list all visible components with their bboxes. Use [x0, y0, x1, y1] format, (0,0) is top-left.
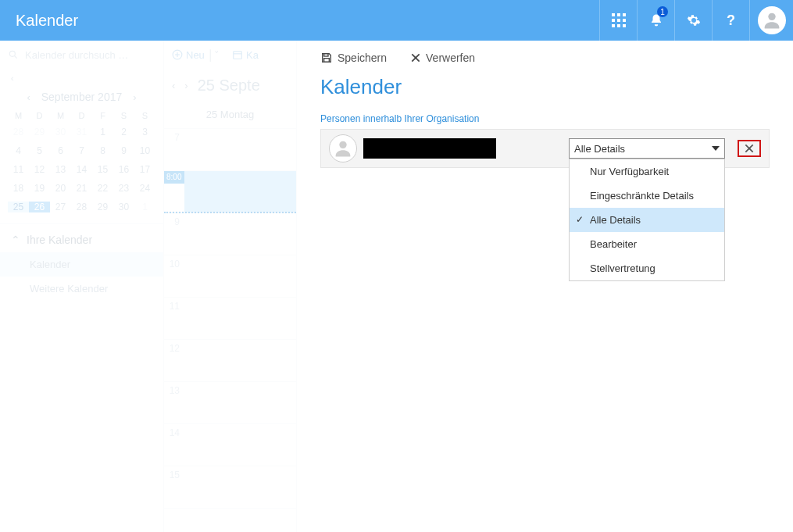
toolbar: Neu│˅ Ka — [164, 41, 296, 69]
svg-rect-4 — [617, 19, 620, 22]
calendar-day-column: Neu│˅ Ka ‹ › 25 Septe 25 Montag 78:00910… — [164, 41, 297, 532]
sidebar-item-weitere[interactable]: Weitere Kalender — [0, 277, 163, 301]
day-cell[interactable]: 24 — [134, 183, 155, 194]
svg-rect-2 — [623, 13, 626, 16]
help-button[interactable]: ? — [712, 0, 749, 41]
day-cell[interactable]: 29 — [92, 202, 113, 212]
sidebar-item-kalender[interactable]: Kalender — [0, 252, 163, 277]
next-day-button[interactable]: › — [184, 80, 188, 91]
day-cell[interactable]: 28 — [71, 202, 92, 212]
dow-cell: S — [134, 111, 155, 120]
day-cell[interactable]: 23 — [113, 183, 134, 194]
day-cell[interactable]: 19 — [29, 183, 50, 194]
day-cell[interactable]: 30 — [113, 202, 134, 212]
new-button[interactable]: Neu│˅ — [172, 49, 220, 61]
day-cell[interactable]: 5 — [29, 145, 50, 156]
dow-cell: D — [71, 111, 92, 120]
day-cell[interactable]: 6 — [50, 145, 71, 156]
apps-button[interactable] — [599, 0, 637, 41]
panel-title: Kalender — [320, 75, 770, 99]
permissions-option[interactable]: Eingeschränkte Details — [570, 184, 724, 208]
dow-row: MDMDFSS — [0, 111, 163, 120]
people-link[interactable]: Personen innerhalb Ihrer Organisation — [320, 113, 770, 124]
svg-rect-15 — [234, 52, 242, 59]
day-cell[interactable]: 20 — [50, 183, 71, 194]
notification-badge: 1 — [657, 6, 668, 17]
svg-rect-18 — [324, 59, 330, 62]
day-cell[interactable]: 12 — [29, 164, 50, 175]
hour-slot[interactable] — [184, 171, 296, 212]
hour-label: 13 — [164, 382, 184, 423]
hour-label: 9 — [164, 213, 184, 255]
sidebar-section-header[interactable]: ⌃ Ihre Kalender — [0, 224, 163, 252]
account-button[interactable] — [749, 0, 793, 41]
day-cell[interactable]: 17 — [134, 164, 155, 175]
app-bar-actions: 1 ? — [599, 0, 793, 41]
day-cell[interactable]: 25 — [8, 202, 29, 212]
day-cell[interactable]: 31 — [71, 127, 92, 137]
day-cell[interactable]: 21 — [71, 183, 92, 194]
next-month-button[interactable]: › — [133, 91, 136, 103]
prev-month-button[interactable]: ‹ — [27, 91, 30, 103]
day-cell[interactable]: 2 — [113, 127, 134, 137]
day-cell[interactable]: 26 — [29, 202, 50, 212]
day-header: 25 Montag — [164, 104, 296, 129]
hour-slot[interactable] — [184, 466, 296, 508]
hour-slot[interactable] — [184, 340, 296, 381]
day-cell[interactable]: 11 — [8, 164, 29, 175]
day-cell[interactable]: 1 — [134, 202, 155, 212]
hour-slot[interactable] — [184, 298, 296, 339]
prev-range-button[interactable]: ‹‹ — [0, 69, 163, 87]
svg-point-9 — [768, 13, 775, 20]
day-cell[interactable]: 14 — [71, 164, 92, 175]
settings-button[interactable] — [674, 0, 712, 41]
hour-slot[interactable] — [184, 382, 296, 423]
svg-rect-8 — [623, 24, 626, 27]
day-cell[interactable]: 29 — [29, 127, 50, 137]
day-cell[interactable]: 18 — [8, 183, 29, 194]
day-cell[interactable]: 13 — [50, 164, 71, 175]
hour-label: 12 — [164, 340, 184, 381]
day-cell[interactable]: 28 — [8, 127, 29, 137]
svg-rect-3 — [612, 19, 615, 22]
person-row: Alle Details Nur VerfügbarkeitEingeschrä… — [320, 129, 770, 168]
day-cell[interactable]: 16 — [113, 164, 134, 175]
day-cell[interactable]: 30 — [50, 127, 71, 137]
permissions-option[interactable]: Stellvertretung — [570, 256, 724, 280]
day-cell[interactable]: 10 — [134, 145, 155, 156]
notifications-button[interactable]: 1 — [637, 0, 674, 41]
remove-person-button[interactable] — [738, 140, 761, 157]
permissions-option[interactable]: ✓Alle Details — [570, 208, 724, 232]
person-name-redacted — [363, 138, 496, 159]
day-cell[interactable]: 4 — [8, 145, 29, 156]
hour-slot[interactable] — [184, 213, 296, 255]
day-cell[interactable]: 15 — [92, 164, 113, 175]
day-cell[interactable]: 3 — [134, 127, 155, 137]
hour-slot[interactable] — [184, 129, 296, 170]
calendar-sidebar: Kalender durchsuch … ‹‹ ‹ September 2017… — [0, 41, 164, 532]
save-button[interactable]: Speichern — [320, 52, 387, 64]
hour-label: 8:00 — [164, 171, 184, 184]
permissions-option[interactable]: Bearbeiter — [570, 232, 724, 256]
prev-day-button[interactable]: ‹ — [172, 80, 175, 91]
day-cell[interactable]: 9 — [113, 145, 134, 156]
hour-slot[interactable] — [184, 424, 296, 466]
day-cell[interactable]: 8 — [92, 145, 113, 156]
svg-rect-5 — [623, 19, 626, 22]
hour-slot[interactable] — [184, 255, 296, 297]
day-cell[interactable]: 7 — [71, 145, 92, 156]
day-cell[interactable]: 1 — [92, 127, 113, 137]
permissions-dropdown[interactable]: Alle Details — [569, 138, 725, 159]
svg-rect-0 — [612, 13, 615, 16]
search-placeholder: Kalender durchsuch … — [25, 49, 128, 61]
person-avatar-icon — [329, 134, 357, 162]
search-input[interactable]: Kalender durchsuch … — [0, 41, 163, 69]
chevron-down-icon — [712, 146, 720, 151]
discard-button[interactable]: Verwerfen — [410, 52, 475, 64]
app-bar: Kalender 1 ? — [0, 0, 793, 41]
permissions-option[interactable]: Nur Verfügbarkeit — [570, 159, 724, 184]
day-cell[interactable]: 22 — [92, 183, 113, 194]
calendar-tool-button[interactable]: Ka — [232, 49, 259, 61]
day-cell[interactable]: 27 — [50, 202, 71, 212]
hour-label: 15 — [164, 466, 184, 508]
